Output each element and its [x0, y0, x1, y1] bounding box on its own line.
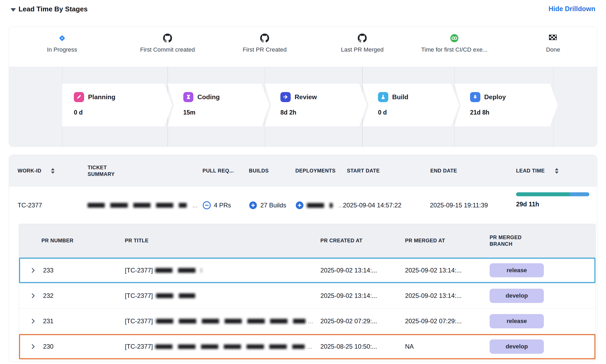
build-icon [378, 92, 388, 102]
sort-lead-time-button[interactable] [553, 167, 560, 175]
deployments-cell: ... [295, 201, 344, 209]
milestone-last-pr-merged: Last PR Merged [319, 34, 405, 53]
pr-number: 233 [43, 267, 54, 274]
milestone-label: In Progress [47, 46, 77, 53]
pr-created-at: 2025-09-02 13:14:... [320, 292, 377, 299]
milestone-first-commit: First Commit created [124, 34, 211, 53]
stage-duration: 0 d [74, 109, 172, 116]
pr-row-230[interactable]: 230 [TC-2377] ... 2025-08-25 10:50:... N… [19, 334, 595, 359]
col-ticket-summary: TICKET SUMMARY [88, 164, 124, 178]
redacted-text [307, 203, 333, 208]
expand-deployments-button[interactable]: ... [295, 201, 344, 209]
sort-work-id-button[interactable] [49, 167, 56, 175]
work-table-header: WORK-ID TICKET SUMMARY PULL REQ... BUILD… [9, 155, 597, 187]
work-id-value: TC-2377 [17, 202, 42, 209]
col-pr-merged-at: PR MERGED AT [405, 237, 445, 244]
redacted-text [155, 268, 202, 273]
lead-time-bar-teal-segment [516, 192, 569, 196]
stage-band: Planning 0 d Coding 15m Revi [9, 67, 597, 146]
stage-planning: Planning 0 d [62, 84, 172, 126]
pr-row-233[interactable]: 233 [TC-2377] 2025-09-02 13:14:... 2025-… [19, 258, 595, 283]
branch-badge: develop [490, 340, 544, 354]
github-icon [358, 34, 367, 43]
redacted-text [156, 319, 306, 324]
build-count: 27 Builds [260, 202, 286, 209]
collapse-prs-button[interactable]: 4 PRs [203, 201, 231, 209]
expand-row-button[interactable] [29, 317, 38, 326]
pr-title: [TC-2377] ... [125, 317, 313, 325]
deploy-icon [470, 92, 480, 102]
github-icon [260, 34, 269, 43]
ellipsis: ... [192, 202, 198, 209]
col-pr-number: PR NUMBER [42, 237, 74, 244]
pr-merged-at: 2025-09-02 13:14:... [405, 292, 462, 299]
col-work-id: WORK-ID [17, 167, 41, 174]
pr-title: [TC-2377] [125, 292, 198, 299]
redacted-text [156, 293, 195, 298]
milestone-in-progress: In Progress [19, 34, 105, 53]
jira-status-icon [58, 34, 66, 43]
cicd-icon [450, 34, 459, 43]
hide-drilldown-link[interactable]: Hide Drilldown [549, 5, 595, 13]
chevron-right-icon [30, 318, 36, 324]
stage-coding: Coding 15m [167, 84, 269, 126]
expand-row-button[interactable] [29, 291, 38, 300]
milestone-label: Time for first CI/CD exe... [421, 46, 487, 53]
stage-name: Review [295, 93, 317, 101]
chevron-right-icon [30, 293, 36, 299]
col-lead-time: LEAD TIME [516, 167, 545, 174]
stage-build: Build 0 d [362, 84, 459, 126]
stage-name: Deploy [484, 93, 506, 101]
coding-icon [183, 92, 194, 102]
stage-name: Build [392, 93, 408, 101]
branch-badge: release [490, 263, 544, 277]
lead-time-value: 29d 11h [516, 201, 589, 208]
col-start-date: START DATE [347, 167, 380, 174]
review-icon [280, 92, 291, 102]
planning-icon [74, 92, 84, 102]
milestone-label: First Commit created [140, 46, 195, 53]
pr-number: 230 [43, 343, 54, 350]
start-date-value: 2025-09-04 14:57:22 [343, 202, 402, 209]
pr-table: PR NUMBER PR TITLE PR CREATED AT PR MERG… [19, 224, 596, 360]
milestone-first-pr: First PR Created [221, 34, 308, 53]
pr-title: [TC-2377] ... [125, 343, 312, 350]
ellipsis: ... [338, 202, 344, 209]
pr-merged-at: 2025-09-02 13:14:... [405, 267, 462, 274]
collapse-caret-icon[interactable] [11, 8, 16, 12]
expand-builds-button[interactable]: 27 Builds [249, 201, 286, 209]
col-deployments: DEPLOYMENTS [295, 167, 336, 174]
expand-row-button[interactable] [29, 342, 38, 351]
milestone-done: Done [510, 34, 596, 53]
col-pr-merged-branch: PR MERGED BRANCH [490, 234, 537, 248]
pr-row-232[interactable]: 232 [TC-2377] 2025-09-02 13:14:... 2025-… [19, 283, 595, 308]
expand-row-button[interactable] [29, 266, 38, 275]
pr-merged-at: 2025-09-02 07:29:... [405, 317, 462, 325]
github-icon [163, 34, 172, 43]
pr-row-231[interactable]: 231 [TC-2377] ... 2025-09-02 07:29:... 2… [19, 308, 595, 334]
pr-created-at: 2025-08-25 10:50:... [320, 343, 377, 350]
stage-duration: 21d 8h [470, 109, 558, 116]
milestone-cicd: Time for first CI/CD exe... [411, 34, 498, 53]
minus-circle-icon [203, 201, 211, 209]
col-pr-title: PR TITLE [125, 237, 148, 244]
pr-created-at: 2025-09-02 07:29:... [320, 317, 377, 325]
pr-table-header: PR NUMBER PR TITLE PR CREATED AT PR MERG… [19, 224, 595, 258]
stage-deploy: Deploy 21d 8h [454, 84, 558, 126]
lead-time-bar-blue-segment [569, 192, 589, 196]
pr-number: 231 [43, 317, 54, 325]
milestone-label: Done [546, 46, 560, 53]
col-end-date: END DATE [430, 167, 457, 174]
redacted-text [88, 203, 187, 208]
work-item-row: TC-2377 ... 4 PRs 27 Builds [9, 187, 597, 224]
branch-badge: develop [490, 289, 544, 303]
ticket-summary-redacted: ... [88, 202, 198, 209]
milestone-label: First PR Created [243, 46, 287, 53]
pr-created-at: 2025-09-02 13:14:... [320, 267, 377, 274]
ellipsis: ... [308, 317, 313, 325]
stage-duration: 8d 2h [280, 109, 367, 116]
stage-review: Review 8d 2h [265, 84, 367, 126]
lead-time-cell: 29d 11h [516, 192, 589, 208]
col-pr-created-at: PR CREATED AT [320, 237, 362, 244]
pr-number: 232 [43, 292, 54, 299]
